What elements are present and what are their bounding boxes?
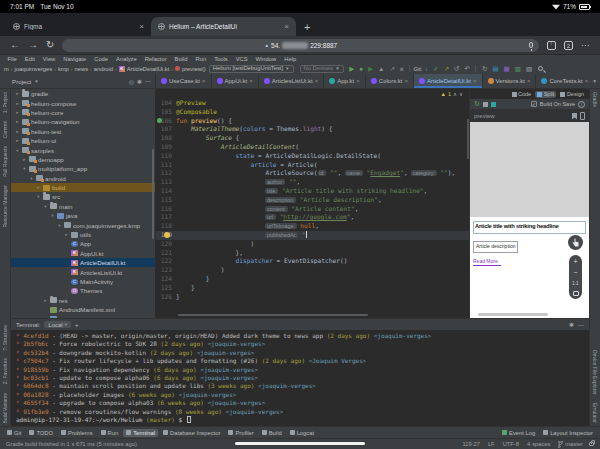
code-line-126[interactable]: 126} [156,293,469,302]
toolwindow-database-inspector[interactable]: Database Inspector [160,429,223,437]
menu-navigate[interactable]: Navigate [60,56,90,62]
tree-item-articleslistui-kt[interactable]: KArticlesListUi.kt [11,267,155,276]
code-line-116[interactable]: 116 content: "Article content", [156,205,469,214]
tree-item-articledetailui-kt[interactable]: KArticleDetailUi.kt [11,258,155,267]
tree-toggle-icon[interactable]: ▸ [22,157,27,162]
stripe-button-gradle[interactable]: Gradle [592,92,598,107]
breadcrumb-item[interactable]: android [94,66,113,72]
tree-item-main[interactable]: ▾main [11,202,155,211]
toolwindow-problems[interactable]: Problems [58,429,95,437]
menu-tools[interactable]: Tools [211,56,232,62]
git-commit-icon[interactable]: ✓ [433,64,438,73]
menu-code[interactable]: Code [91,56,112,62]
stop-icon[interactable]: ■ [400,64,404,73]
hide-terminal-icon[interactable]: ― [578,322,584,328]
menu-window[interactable]: Window [252,56,280,62]
build-on-save-checkbox[interactable]: ✓ [531,101,537,107]
tree-item-helium-ui[interactable]: ▸helium-ui [11,136,155,145]
tree-item-res[interactable]: ▸res [11,296,155,305]
preview-settings-icon[interactable] [483,102,488,107]
tree-toggle-icon[interactable]: ▸ [15,129,20,134]
history-icon[interactable]: ↺ [454,64,459,73]
code-line-108[interactable]: 108 Surface { [156,134,469,143]
code-line-111[interactable]: 111 article = Article( [156,161,469,170]
git-push-icon[interactable]: ↗ [444,64,449,73]
code-line-110[interactable]: 110 state = ArticleDetailLogic.DetailSta… [156,152,469,161]
tree-scrollbar[interactable] [152,149,154,239]
code-line-124[interactable]: 124 } [156,275,469,284]
address-bar[interactable]: ▲ 54. 229:8887 [62,39,539,52]
code-line-123[interactable]: 123 ) [156,266,469,275]
browser-tab[interactable]: Helium – ArticleDetailUi× [151,17,296,36]
code-line-114[interactable]: 114 title: "Article title with striking … [156,187,469,196]
tree-toggle-icon[interactable]: ▸ [15,138,20,143]
tree-toggle-icon[interactable]: ▾ [29,176,34,181]
mic-icon[interactable] [529,42,533,48]
tree-item-android[interactable]: ▾android [11,174,155,183]
interactive-pointer-button[interactable] [568,235,583,250]
git-update-icon[interactable]: ↓ [425,64,428,73]
gesture-pill[interactable] [235,442,365,445]
tree-item-multiplatform-app[interactable]: ▾multiplatform_app [11,164,155,173]
toolwindow-build[interactable]: Build [259,429,285,437]
close-tab-icon[interactable]: × [315,78,319,84]
close-tab-icon[interactable]: × [473,78,477,84]
tree-toggle-icon[interactable]: ▸ [15,110,20,115]
editor-tab-coretests-kt[interactable]: CoreTests.kt× [536,74,589,88]
preview-read-more-link[interactable]: Read More [473,258,501,266]
stripe-button-7-structure[interactable]: 7: Structure [2,325,8,351]
profiler-icon[interactable]: ▲ [378,64,384,73]
logcat-icon[interactable]: ▧ [526,64,532,73]
breadcrumb-item[interactable]: news [75,66,89,72]
tree-item-helium-navigation[interactable]: ▸helium-navigation [11,117,155,126]
terminal-output[interactable]: * 4cefd1d - (HEAD -> master, origin/mast… [11,330,589,426]
tree-toggle-icon[interactable]: ▸ [36,185,41,190]
settings-gear-icon[interactable]: ✱ [137,78,142,85]
code-line-125[interactable]: 125 } [156,284,469,293]
breadcrumb-item[interactable]: preview() [182,66,206,72]
editor-tab-articleslistui-kt[interactable]: ArticlesListUi.kt× [259,74,325,88]
tree-toggle-icon[interactable]: ▾ [36,194,41,199]
tree-item-helium-compose[interactable]: ▸helium-compose [11,98,155,107]
toolwindow-todo[interactable]: TODO [26,429,56,437]
run-coverage-icon[interactable]: ▶ [368,64,373,73]
tree-item-src[interactable]: ▾src [11,192,155,201]
stripe-button-device-file-explorer[interactable]: Device File Explorer [592,350,598,395]
tree-toggle-icon[interactable]: ▸ [15,119,20,124]
breadcrumb-item[interactable]: m [4,66,9,72]
toolwindow-event-log[interactable]: Event Log [499,429,538,437]
browser-menu-icon[interactable]: ⋯ [581,41,590,50]
preview-hscrollbar[interactable] [478,313,548,316]
run-icon[interactable]: ▶ [349,64,354,73]
hide-panel-icon[interactable]: ― [145,78,151,84]
view-mode-code[interactable]: Code [510,91,534,98]
tree-item-samples[interactable]: ▾samples [11,145,155,154]
refresh-preview-icon[interactable]: ↻ [474,100,480,108]
stripe-button-1-project[interactable]: 1: Project [2,92,8,113]
editor-hscrollbar[interactable] [178,314,368,316]
tree-item-themes[interactable]: OThemes [11,286,155,295]
code-line-106[interactable]: 106fun preview() { [156,117,469,126]
code-line-109[interactable]: 109 ArticleDetailContent( [156,143,469,152]
search-everywhere-icon[interactable] [538,66,543,71]
code-line-119[interactable]: 119 publishedAt: " [156,231,469,240]
toolwindow-git[interactable]: Git [4,429,24,437]
tree-item-com-joaquimverges-kmp[interactable]: ▾com.joaquimverges.kmp [11,220,155,229]
toolwindow-logcat[interactable]: Logcat [287,429,317,437]
tree-toggle-icon[interactable]: ▾ [22,166,27,171]
tree-item-mainactivity[interactable]: CMainActivity [11,277,155,286]
code-line-105[interactable]: 105@Composable [156,108,469,117]
device-selector[interactable]: No Devices▼ [300,65,344,73]
tab-switcher-button[interactable]: 2 [564,41,573,50]
status-segment[interactable]: 119:27 [463,441,480,447]
toolwindow-terminal[interactable]: Terminal [123,429,158,437]
menu-run[interactable]: Run [192,56,210,62]
tree-item-ic-launcher-playstore-png[interactable]: ic_launcher-playstore.png [11,314,155,318]
run-preview-gutter-icon[interactable] [157,118,162,123]
terminal-prompt[interactable]: admin@ip-172-31-19-47:~/work/Helium (mas… [16,416,589,424]
code-editor[interactable]: ▲ 1 ∧ ∨ 104@Preview105@Composable106fun … [156,89,469,318]
status-segment[interactable]: 4 spaces [527,441,550,447]
stripe-button-commit[interactable]: Commit [2,121,8,138]
tree-item-helium-core[interactable]: ▸helium-core [11,108,155,117]
close-tab-icon[interactable]: × [139,23,144,31]
